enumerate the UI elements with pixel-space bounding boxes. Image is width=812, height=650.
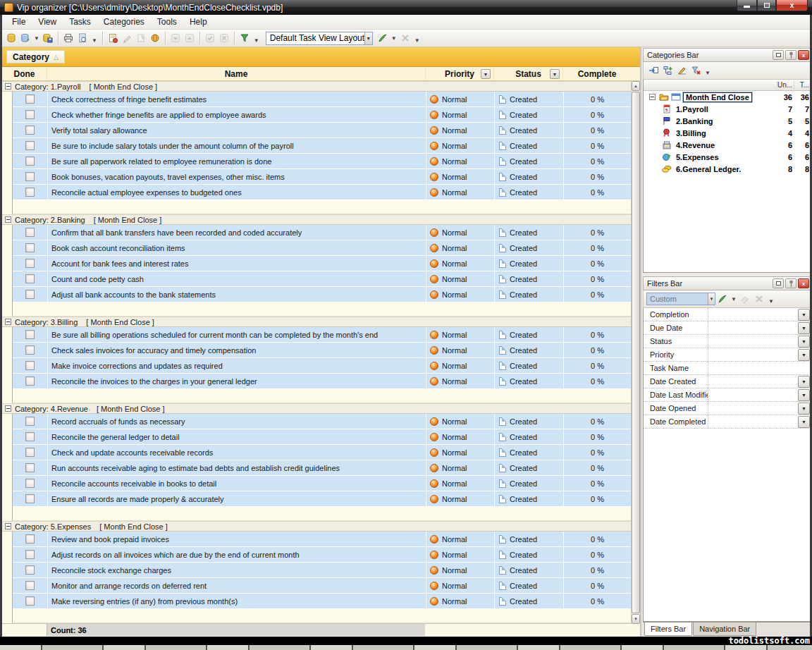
task-name-cell[interactable]: Ensure all records are made properly & a… — [47, 491, 426, 506]
task-name-cell[interactable]: Be sure all paperwork related to employe… — [47, 154, 426, 168]
task-name-cell[interactable]: Reconcile accounts receivable in books t… — [47, 476, 426, 491]
priority-cell[interactable]: Normal — [426, 476, 494, 491]
status-cell[interactable]: Created — [494, 185, 563, 200]
panel-restore-button[interactable] — [773, 278, 784, 288]
task-name-cell[interactable]: Check correctness of fringe benefit esti… — [47, 92, 426, 106]
scroll-down-icon[interactable]: ▼ — [632, 614, 640, 624]
done-checkbox[interactable] — [25, 479, 35, 488]
done-cell[interactable] — [13, 532, 47, 546]
status-cell[interactable]: Created — [494, 414, 563, 429]
done-cell[interactable] — [13, 563, 47, 577]
priority-cell[interactable]: Normal — [426, 287, 494, 302]
done-cell[interactable] — [13, 169, 47, 184]
open-database-dropdown-icon[interactable]: ▼ — [32, 35, 41, 42]
filter-dropdown-icon[interactable]: ▼ — [798, 322, 810, 334]
filter-row-task-name[interactable]: Task Name — [644, 362, 811, 375]
category-group-header[interactable]: Category: 5.Expenses[ Month End Close ] — [2, 521, 640, 532]
panel-close-button[interactable]: x — [798, 50, 809, 60]
menu-tools[interactable]: Tools — [151, 16, 183, 28]
categories-bar-title-bar[interactable]: Categories Bar x — [643, 48, 811, 62]
table-row[interactable]: Make reversing entries (if any) from pre… — [13, 594, 640, 609]
priority-cell[interactable]: Normal — [426, 185, 494, 200]
tree-item-label[interactable]: 2.Banking — [674, 117, 715, 125]
panel-pin-button[interactable] — [785, 278, 796, 288]
status-cell[interactable]: Created — [494, 154, 563, 168]
status-cell[interactable]: Created — [494, 92, 563, 106]
tree-item-payroll[interactable]: 51.Payroll77 — [644, 103, 811, 115]
table-row[interactable]: Check sales invoices for accuracy and ti… — [13, 343, 640, 358]
done-checkbox[interactable] — [25, 125, 35, 135]
done-checkbox[interactable] — [25, 141, 35, 150]
filter-dropdown-icon[interactable]: ▼ — [798, 403, 810, 415]
table-row[interactable]: Verify total salary allowanceNormalCreat… — [13, 123, 640, 138]
menu-file[interactable]: File — [6, 16, 32, 28]
done-cell[interactable] — [13, 287, 47, 302]
table-row[interactable]: Reconcile the invoices to the charges in… — [13, 374, 640, 389]
priority-cell[interactable]: Normal — [426, 594, 494, 608]
done-cell[interactable] — [13, 594, 47, 608]
filter-dropdown-icon[interactable]: ▼ — [798, 416, 810, 428]
tree-item-label[interactable]: 5.Expenses — [674, 153, 721, 161]
filter-preset-combo[interactable]: Custom ▼ — [646, 293, 715, 305]
panel-close-button[interactable]: x — [798, 278, 809, 288]
toolbar-overflow-icon[interactable]: ▼ — [412, 37, 422, 44]
print-icon[interactable] — [61, 31, 75, 45]
status-cell[interactable]: Created — [494, 594, 563, 608]
priority-filter-dropdown-icon[interactable]: ▼ — [481, 69, 491, 79]
add-subcategory-icon[interactable] — [660, 63, 675, 78]
done-checkbox[interactable] — [25, 494, 35, 503]
category-group-header[interactable]: Category: 3.Billing[ Month End Close ] — [2, 317, 640, 327]
status-cell[interactable]: Created — [494, 240, 563, 255]
task-name-cell[interactable]: Count and code petty cash — [47, 271, 426, 286]
filters-bar-title-bar[interactable]: Filters Bar x — [643, 276, 811, 290]
done-checkbox[interactable] — [25, 157, 35, 166]
done-checkbox[interactable] — [25, 188, 35, 197]
done-checkbox[interactable] — [25, 432, 35, 441]
priority-cell[interactable]: Normal — [426, 123, 494, 137]
column-header-done[interactable]: Done — [2, 67, 47, 80]
tree-item-label[interactable]: 4.Revenue — [674, 141, 717, 149]
done-cell[interactable] — [13, 445, 47, 460]
collapse-icon[interactable] — [5, 216, 11, 223]
filter-row-date-created[interactable]: Date Created▼ — [644, 375, 811, 388]
table-row[interactable]: Make invoice corrections and updates as … — [13, 358, 640, 374]
task-name-cell[interactable]: Check whether fringe benefits are applie… — [47, 107, 426, 122]
panel-restore-button[interactable] — [773, 50, 784, 60]
done-checkbox[interactable] — [25, 228, 35, 237]
priority-cell[interactable]: Normal — [426, 271, 494, 286]
panel-pin-button[interactable] — [785, 50, 796, 60]
priority-cell[interactable]: Normal — [426, 532, 494, 546]
task-notes-icon[interactable] — [134, 31, 148, 45]
priority-cell[interactable]: Normal — [426, 429, 494, 444]
combo-dropdown-icon[interactable]: ▼ — [364, 32, 372, 44]
task-name-cell[interactable]: Reconcile the invoices to the charges in… — [47, 374, 426, 388]
status-filter-dropdown-icon[interactable]: ▼ — [550, 69, 560, 79]
status-cell[interactable]: Created — [494, 578, 563, 593]
tree-item-expenses[interactable]: 5.Expenses66 — [644, 151, 811, 163]
status-cell[interactable]: Created — [494, 107, 563, 122]
tree-item-label[interactable]: 1.Payroll — [674, 105, 710, 114]
priority-cell[interactable]: Normal — [426, 563, 494, 577]
status-cell[interactable]: Created — [494, 374, 563, 388]
done-checkbox[interactable] — [25, 581, 35, 590]
filter-row-completion[interactable]: Completion▼ — [644, 308, 811, 321]
done-cell[interactable] — [13, 107, 47, 122]
task-name-cell[interactable]: Reconcile actual employee expenses to bu… — [47, 185, 426, 200]
mark-task-incomplete-icon[interactable] — [217, 31, 231, 45]
priority-cell[interactable]: Normal — [426, 414, 494, 429]
priority-cell[interactable]: Normal — [426, 256, 494, 271]
status-cell[interactable]: Created — [494, 547, 563, 562]
category-group-header[interactable]: Category: 2.Banking[ Month End Close ] — [2, 214, 640, 225]
task-name-cell[interactable]: Be sure to include salary totals under t… — [47, 138, 426, 153]
done-cell[interactable] — [13, 460, 47, 475]
priority-cell[interactable]: Normal — [426, 169, 494, 184]
category-sort-chip[interactable]: Category △ — [6, 50, 65, 63]
priority-cell[interactable]: Normal — [426, 491, 494, 506]
table-row[interactable]: Reconcile the general ledger to detailNo… — [13, 429, 640, 445]
table-row[interactable]: Check and update accounts receivable rec… — [13, 445, 640, 460]
tree-item-banking[interactable]: 2.Banking55 — [644, 115, 811, 127]
table-row[interactable]: Be sure to include salary totals under t… — [13, 138, 640, 154]
status-cell[interactable]: Created — [494, 327, 563, 342]
status-cell[interactable]: Created — [494, 256, 563, 271]
priority-cell[interactable]: Normal — [426, 154, 494, 168]
